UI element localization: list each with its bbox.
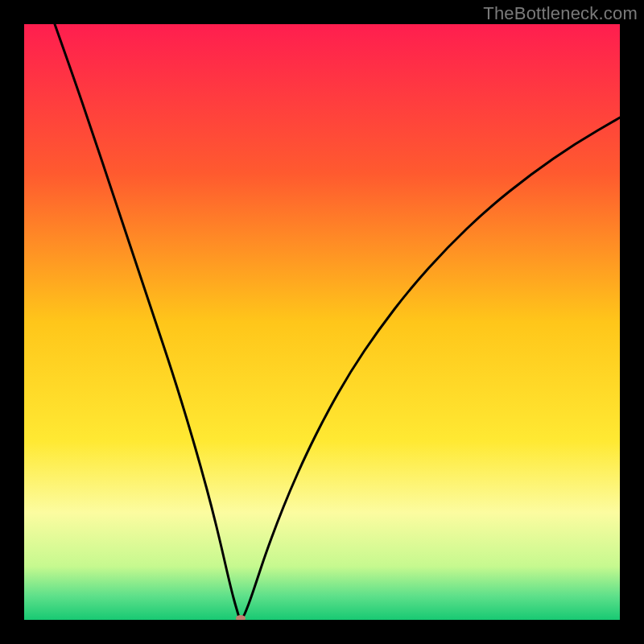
plot-svg (24, 24, 620, 620)
chart-frame: TheBottleneck.com (0, 0, 644, 644)
watermark-text: TheBottleneck.com (483, 3, 638, 24)
plot-area (24, 24, 620, 620)
gradient-rect (24, 24, 620, 620)
